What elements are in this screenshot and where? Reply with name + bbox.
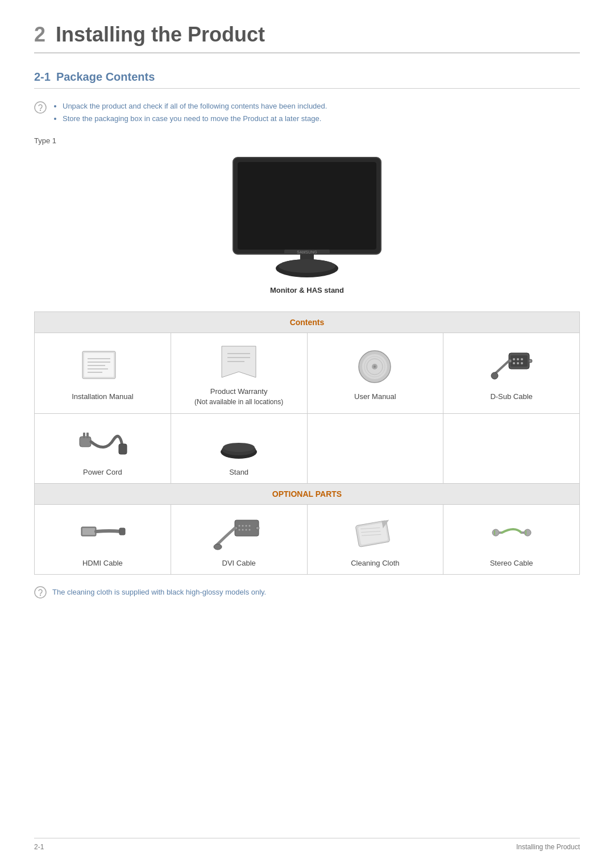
svg-point-52 [249, 525, 251, 527]
empty-cell-2 [443, 413, 580, 483]
stereo-cable-label: Stereo Cable [449, 558, 574, 568]
svg-point-29 [517, 358, 519, 360]
stereo-cable-icon [489, 514, 534, 551]
item-cleaning-cloth: Cleaning Cloth [307, 504, 443, 574]
power-cord-label: Power Cord [40, 467, 165, 477]
installation-manual-icon [80, 348, 125, 385]
item-dvi-cable: DVI Cable [171, 504, 307, 574]
power-cord-icon [77, 422, 128, 462]
dvi-cable-icon [213, 514, 264, 551]
svg-point-56 [249, 529, 251, 531]
dsub-cable-label: D-Sub Cable [449, 392, 574, 402]
svg-point-55 [246, 529, 247, 531]
item-dsub-cable: D-Sub Cable [443, 333, 580, 413]
chapter-number: 2 [34, 23, 45, 46]
item-installation-manual: Installation Manual [35, 333, 171, 413]
svg-point-44 [223, 443, 255, 452]
svg-rect-40 [86, 433, 89, 438]
product-warranty-icon [219, 343, 259, 380]
svg-rect-3 [238, 162, 376, 250]
monitor-caption: Monitor & HAS stand [270, 286, 344, 294]
item-power-cord: Power Cord [35, 413, 171, 483]
product-warranty-label: Product Warranty(Not available in all lo… [177, 387, 301, 407]
svg-point-31 [513, 362, 515, 364]
svg-rect-27 [511, 355, 528, 367]
contents-header-row: Contents [35, 312, 580, 333]
power-cord-img [40, 420, 165, 465]
svg-text:SAMSUNG: SAMSUNG [297, 250, 317, 254]
footer-page-num: 2-1 [34, 843, 44, 851]
dsub-cable-img [449, 344, 574, 389]
item-stand: Stand [171, 413, 307, 483]
user-manual-icon [356, 348, 393, 385]
svg-point-66 [492, 529, 499, 536]
svg-point-53 [239, 529, 240, 531]
item-product-warranty: Product Warranty(Not available in all lo… [171, 333, 307, 413]
svg-point-0 [35, 102, 46, 113]
svg-point-59 [214, 544, 222, 550]
svg-point-50 [242, 525, 244, 527]
stereo-cable-img [449, 510, 574, 556]
user-manual-label: User Manual [313, 392, 438, 402]
section-number: 2-1 [34, 70, 51, 83]
monitor-container: SAMSUNG Monitor & HAS stand [34, 152, 580, 306]
stand-label: Stand [177, 467, 301, 477]
monitor-image: SAMSUNG [216, 152, 398, 283]
empty-cell-1 [307, 413, 443, 483]
notice-list: Unpack the product and check if all of t… [52, 100, 327, 125]
chapter-title: Installing the Product [56, 23, 265, 46]
stand-img [177, 420, 301, 465]
svg-line-36 [495, 361, 509, 374]
optional-row-1: HDMI Cable [35, 504, 580, 574]
svg-point-69 [524, 529, 531, 536]
svg-rect-47 [119, 528, 125, 535]
notice-icon [34, 101, 47, 114]
page-title: 2Installing the Product [34, 23, 580, 47]
svg-rect-46 [82, 528, 95, 535]
product-warranty-img [177, 339, 301, 384]
notice-item-2: Store the packaging box in case you need… [63, 113, 327, 125]
dvi-cable-label: DVI Cable [177, 558, 301, 568]
svg-point-54 [242, 529, 244, 531]
section-title: 2-1Package Contents [34, 70, 580, 89]
footer-notice-icon [34, 586, 47, 599]
page-header: 2Installing the Product [34, 23, 580, 53]
dvi-cable-img [177, 510, 301, 556]
svg-point-32 [517, 362, 519, 364]
type-label: Type 1 [34, 136, 580, 145]
item-stereo-cable: Stereo Cable [443, 504, 580, 574]
svg-point-35 [529, 359, 532, 363]
footer-notice: The cleaning cloth is supplied with blac… [34, 586, 580, 599]
footer-notice-text: The cleaning cloth is supplied with blac… [52, 586, 266, 599]
svg-point-72 [35, 587, 46, 598]
svg-point-51 [246, 525, 247, 527]
svg-rect-41 [119, 444, 127, 454]
svg-point-30 [521, 358, 523, 360]
svg-point-23 [374, 366, 376, 368]
notice-item-1: Unpack the product and check if all of t… [63, 100, 327, 113]
notice-block: Unpack the product and check if all of t… [34, 100, 580, 125]
svg-rect-39 [83, 433, 85, 438]
cleaning-cloth-img [313, 510, 438, 556]
svg-point-73 [40, 595, 41, 596]
svg-point-1 [40, 110, 41, 111]
contents-header-cell: Contents [35, 312, 580, 333]
svg-point-49 [239, 525, 240, 527]
svg-rect-10 [84, 353, 114, 377]
item-hdmi-cable: HDMI Cable [35, 504, 171, 574]
user-manual-img [313, 344, 438, 389]
svg-point-58 [256, 526, 259, 530]
optional-header-row: OPTIONAL PARTS [35, 483, 580, 504]
cleaning-cloth-label: Cleaning Cloth [313, 558, 438, 568]
stand-icon [216, 422, 262, 462]
contents-row-1: Installation Manual Product Warranty(Not… [35, 333, 580, 413]
dsub-cable-icon [489, 348, 534, 385]
svg-point-28 [513, 358, 515, 360]
hdmi-cable-label: HDMI Cable [40, 558, 165, 568]
installation-manual-img [40, 344, 165, 389]
svg-rect-38 [80, 437, 91, 447]
svg-rect-68 [521, 531, 524, 534]
svg-point-8 [279, 259, 335, 273]
footer-chapter-title: Installing the Product [516, 843, 580, 851]
svg-point-33 [521, 362, 523, 364]
